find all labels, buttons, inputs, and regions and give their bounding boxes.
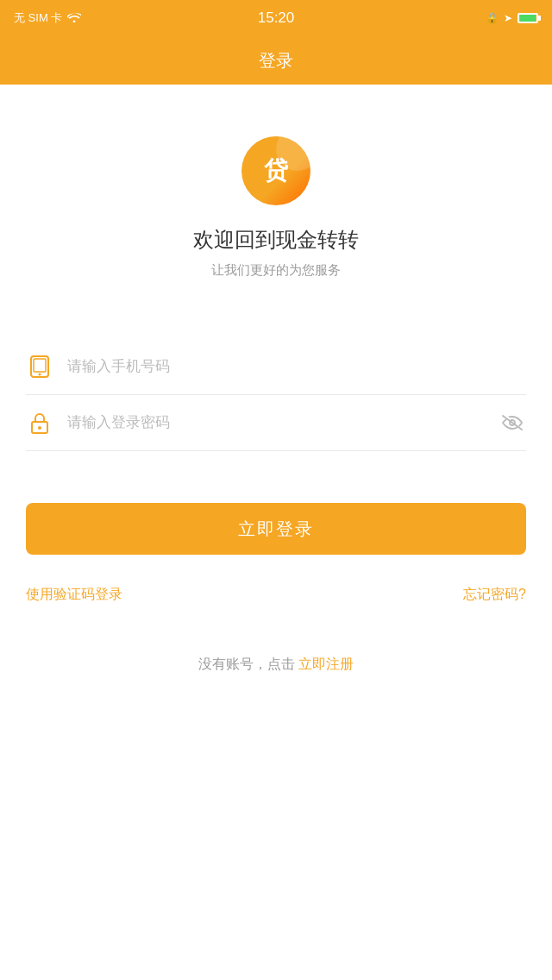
sms-login-link[interactable]: 使用验证码登录 [26,586,122,604]
location-icon: ➤ [504,12,512,24]
phone-input[interactable] [67,358,526,375]
status-left: 无 SIM 卡 [14,10,81,26]
nav-title: 登录 [259,49,293,72]
phone-input-row [26,339,526,395]
phone-icon [26,355,53,379]
welcome-subtitle: 让我们更好的为您服务 [211,262,341,279]
nav-bar: 登录 [0,36,552,85]
links-row: 使用验证码登录 忘记密码? [26,586,526,604]
forgot-password-link[interactable]: 忘记密码? [463,586,526,604]
welcome-title: 欢迎回到现金转转 [193,226,359,254]
lock-icon [26,411,53,435]
register-link[interactable]: 立即注册 [298,656,354,671]
logo-character: 贷 [264,154,288,187]
svg-point-2 [39,374,41,376]
lock-icon: 🔒 [486,12,499,24]
status-bar: 无 SIM 卡 15:20 🔒 ➤ [0,0,552,36]
password-input-row [26,395,526,451]
register-row: 没有账号，点击 立即注册 [198,656,354,674]
main-content: 贷 欢迎回到现金转转 让我们更好的为您服务 [0,85,552,980]
app-logo: 贷 [242,136,310,205]
battery-icon [518,13,538,23]
svg-point-4 [38,426,41,430]
login-button[interactable]: 立即登录 [26,503,526,555]
form-section [26,339,526,451]
register-prefix: 没有账号，点击 [198,656,295,671]
logo-section: 贷 欢迎回到现金转转 让我们更好的为您服务 [193,136,359,279]
sim-status: 无 SIM 卡 [14,10,62,26]
status-right: 🔒 ➤ [486,12,538,24]
toggle-password-icon[interactable] [499,413,526,432]
password-input[interactable] [67,414,485,431]
svg-rect-1 [34,359,46,372]
status-time: 15:20 [258,9,295,27]
wifi-icon [67,11,81,25]
